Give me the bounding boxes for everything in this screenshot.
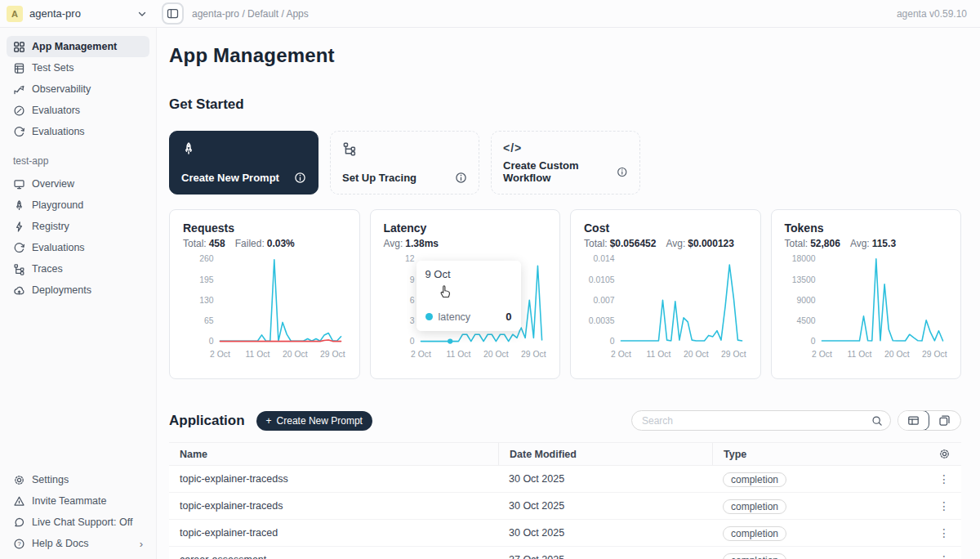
chevron-down-icon [137, 9, 147, 19]
sidebar-section-test-app: test-app [0, 142, 156, 173]
monitor-icon [13, 178, 25, 190]
row-menu-icon[interactable]: ⋮ [938, 553, 950, 559]
card-view-button[interactable] [929, 411, 960, 430]
svg-text:20 Oct: 20 Oct [483, 350, 509, 359]
info-icon[interactable] [455, 172, 467, 184]
svg-text:29 Oct: 29 Oct [320, 350, 345, 359]
column-header-name[interactable]: Name [169, 449, 498, 460]
table-row[interactable]: topic-explainer-tracedss 30 Oct 2025 com… [169, 466, 961, 493]
sidebar-item-evaluations-app[interactable]: Evaluations [7, 237, 149, 258]
sidebar-item-invite-teammate[interactable]: Invite Teammate [7, 490, 149, 512]
sidebar-item-label: Playground [32, 199, 83, 211]
sidebar-item-label: Settings [32, 474, 69, 485]
sidebar-item-label: Invite Teammate [32, 495, 106, 507]
table-row[interactable]: topic-explainer-traced 30 Oct 2025 compl… [169, 520, 961, 547]
rocket-icon [13, 199, 25, 212]
row-menu-icon[interactable]: ⋮ [938, 472, 950, 485]
create-new-prompt-button[interactable]: + Create New Prompt [256, 411, 372, 431]
svg-text:11 Oct: 11 Oct [446, 350, 470, 359]
chart-title: Latency [384, 221, 547, 235]
chart-stat: Total:458 [183, 238, 225, 249]
application-heading: Application [169, 413, 245, 429]
requests-chart[interactable]: 2601951306502 Oct11 Oct20 Oct29 Oct [183, 251, 346, 364]
row-menu-icon[interactable]: ⋮ [938, 499, 950, 512]
set-up-tracing-card[interactable]: Set Up Tracing [330, 131, 479, 195]
svg-text:6: 6 [409, 296, 414, 305]
view-toggle [898, 410, 961, 431]
tooltip-date: 9 Oct [425, 268, 512, 280]
sidebar-item-evaluators[interactable]: Evaluators [7, 100, 149, 121]
grid-icon [13, 41, 25, 53]
latency-chart-card: Latency Avg:1.38ms 1296302 Oct11 Oct20 O… [370, 209, 561, 379]
invite-icon [13, 495, 25, 508]
tokens-chart-card: Tokens Total:52,806 Avg:115.3 1800013500… [771, 209, 962, 379]
sidebar-item-registry[interactable]: Registry [7, 216, 149, 237]
top-bar: A agenta-pro agenta-pro / Default / Apps… [0, 0, 980, 28]
tooltip-series: latency [439, 311, 501, 323]
info-icon[interactable] [294, 172, 306, 184]
svg-text:2 Oct: 2 Oct [210, 350, 230, 359]
sidebar-item-live-chat[interactable]: Live Chat Support: Off [7, 512, 149, 533]
svg-text:20 Oct: 20 Oct [684, 350, 709, 359]
chart-line-icon [13, 83, 25, 96]
breadcrumb[interactable]: agenta-pro / Default / Apps [192, 8, 309, 20]
requests-chart-card: Requests Total:458 Failed:0.03% 26019513… [169, 209, 360, 379]
sidebar-item-app-management[interactable]: App Management [7, 36, 149, 57]
table-row[interactable]: topic-explainer-traceds 30 Oct 2025 comp… [169, 493, 961, 520]
column-header-date[interactable]: Date Modified [498, 443, 712, 465]
workspace-selector[interactable]: A agenta-pro [0, 6, 157, 22]
workspace-name: agenta-pro [29, 7, 131, 20]
applications-table: Name Date Modified Type topic-explainer-… [169, 442, 961, 559]
workspace-avatar: A [7, 6, 23, 22]
chevron-right-icon: › [140, 538, 143, 550]
sidebar-item-test-sets[interactable]: Test Sets [7, 57, 149, 78]
info-icon[interactable] [617, 166, 628, 178]
sidebar-item-evaluations[interactable]: Evaluations [7, 121, 149, 142]
lightning-icon [13, 221, 25, 233]
create-custom-workflow-card[interactable]: </> Create Custom Workflow [491, 131, 640, 195]
sidebar-item-label: Evaluations [32, 126, 85, 137]
sidebar-item-observability[interactable]: Observability [7, 78, 149, 100]
row-menu-icon[interactable]: ⋮ [938, 526, 950, 539]
sidebar-item-help-docs[interactable]: ? Help & Docs › [7, 533, 149, 554]
sidebar-item-playground[interactable]: Playground [7, 195, 149, 216]
app-name: topic-explainer-traceds [169, 500, 498, 512]
trace-tree-icon [13, 263, 25, 275]
chart-title: Tokens [785, 221, 948, 235]
gear-icon [13, 474, 25, 486]
svg-text:195: 195 [199, 275, 214, 284]
search-input[interactable] [642, 415, 871, 427]
svg-text:18000: 18000 [791, 254, 815, 263]
cost-chart-card: Cost Total:$0.056452 Avg:$0.000123 0.014… [570, 209, 761, 379]
svg-text:9000: 9000 [796, 296, 815, 305]
app-date: 30 Oct 2025 [498, 527, 712, 539]
table-view-button[interactable] [898, 410, 929, 431]
chart-tooltip: 9 Oct latency 0 [416, 261, 521, 331]
svg-text:2 Oct: 2 Oct [611, 350, 631, 359]
table-row[interactable]: career-assessment 27 Oct 2025 completion… [169, 547, 961, 559]
card-view-icon [938, 414, 951, 427]
sidebar-item-overview[interactable]: Overview [7, 173, 149, 195]
chart-stat: Avg:$0.000123 [666, 238, 734, 249]
sidebar-item-label: Live Chat Support: Off [32, 517, 132, 528]
sidebar-item-deployments[interactable]: Deployments [7, 280, 149, 301]
tooltip-value: 0 [506, 311, 511, 323]
search-icon[interactable] [871, 415, 883, 427]
tokens-chart[interactable]: 18000135009000450002 Oct11 Oct20 Oct29 O… [785, 251, 948, 364]
sidebar-toggle-button[interactable] [162, 2, 184, 25]
sidebar-item-traces[interactable]: Traces [7, 258, 149, 280]
gear-icon[interactable] [938, 448, 951, 460]
app-date: 27 Oct 2025 [498, 554, 712, 559]
svg-text:29 Oct: 29 Oct [521, 350, 546, 359]
sidebar-item-label: Evaluators [32, 105, 80, 116]
svg-text:0: 0 [409, 337, 414, 346]
create-new-prompt-card[interactable]: Create New Prompt [169, 131, 318, 195]
svg-text:0.0105: 0.0105 [589, 275, 615, 284]
sidebar-item-settings[interactable]: Settings [7, 469, 149, 490]
svg-text:11 Oct: 11 Oct [847, 350, 871, 359]
search-box[interactable] [631, 410, 891, 431]
cost-chart[interactable]: 0.0140.01050.0070.003502 Oct11 Oct20 Oct… [584, 251, 747, 364]
svg-text:3: 3 [409, 316, 414, 325]
column-header-type[interactable]: Type [712, 443, 927, 465]
app-name: topic-explainer-tracedss [169, 473, 498, 485]
